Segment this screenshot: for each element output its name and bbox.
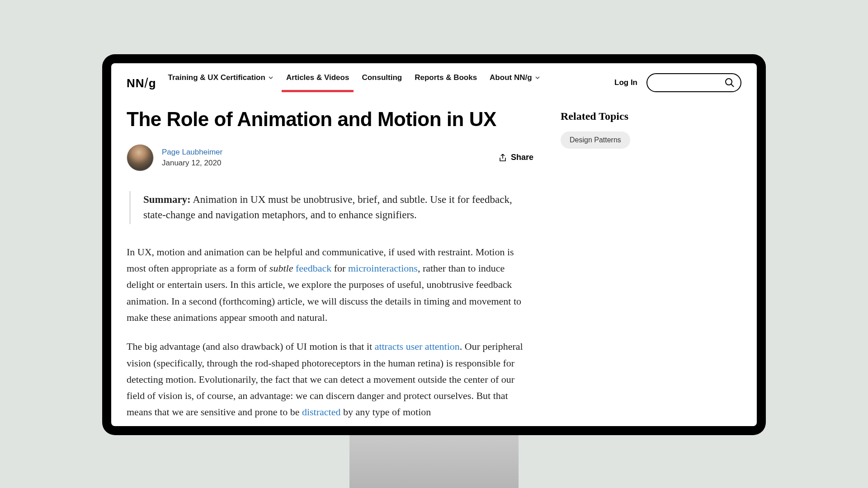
search-icon <box>724 77 735 88</box>
monitor-stand <box>349 435 519 488</box>
topic-design-patterns[interactable]: Design Patterns <box>561 131 630 149</box>
summary-text: Animation in UX must be unobtrusive, bri… <box>143 194 512 221</box>
article-title: The Role of Animation and Motion in UX <box>127 108 533 131</box>
share-icon <box>498 153 507 162</box>
svg-line-1 <box>731 84 734 87</box>
chevron-down-icon <box>268 75 274 80</box>
nav-label: Reports & Books <box>415 73 477 82</box>
monitor-frame: NN/g Training & UX Certification Article… <box>102 54 766 435</box>
article-meta: Page Laubheimer January 12, 2020 Share <box>127 144 533 171</box>
link-distracted[interactable]: distracted <box>302 406 341 418</box>
avatar <box>127 144 154 171</box>
nav-consulting[interactable]: Consulting <box>362 73 402 92</box>
login-link[interactable]: Log In <box>614 78 637 87</box>
svg-point-0 <box>726 79 732 85</box>
article-body: In UX, motion and animation can be helpf… <box>127 244 533 421</box>
main-nav: Training & UX Certification Articles & V… <box>168 73 615 92</box>
nav-label: Articles & Videos <box>286 73 349 82</box>
screen: NN/g Training & UX Certification Article… <box>111 63 757 426</box>
logo-text-g: g <box>149 76 156 90</box>
share-button[interactable]: Share <box>498 153 533 162</box>
summary-block: Summary: Animation in UX must be unobtru… <box>129 191 533 224</box>
article-main: The Role of Animation and Motion in UX P… <box>127 108 533 426</box>
page-content: The Role of Animation and Motion in UX P… <box>111 94 757 426</box>
nav-label: About NN/g <box>490 73 532 82</box>
logo-text-nn: NN <box>127 76 145 90</box>
author-block: Page Laubheimer January 12, 2020 <box>127 144 222 171</box>
logo-slash: / <box>145 76 149 91</box>
header-right: Log In <box>614 73 741 92</box>
summary-label: Summary: <box>143 194 191 205</box>
site-header: NN/g Training & UX Certification Article… <box>111 63 757 94</box>
nav-reports[interactable]: Reports & Books <box>415 73 477 92</box>
share-label: Share <box>511 153 533 162</box>
related-topics-title: Related Topics <box>561 110 741 122</box>
publish-date: January 12, 2020 <box>162 159 222 168</box>
link-feedback[interactable]: feedback <box>296 263 331 274</box>
body-paragraph: In UX, motion and animation can be helpf… <box>127 244 533 326</box>
body-paragraph: The big advantage (and also drawback) of… <box>127 338 533 420</box>
sidebar: Related Topics Design Patterns <box>561 108 741 426</box>
nav-training[interactable]: Training & UX Certification <box>168 73 274 92</box>
link-attracts-attention[interactable]: attracts user attention <box>375 341 460 352</box>
search-input[interactable] <box>646 73 741 92</box>
nav-about[interactable]: About NN/g <box>490 73 540 92</box>
link-microinteractions[interactable]: microinteractions <box>348 263 418 274</box>
chevron-down-icon <box>535 75 540 80</box>
nav-label: Training & UX Certification <box>168 73 265 82</box>
nng-logo[interactable]: NN/g <box>127 75 156 90</box>
nav-label: Consulting <box>362 73 402 82</box>
author-link[interactable]: Page Laubheimer <box>162 148 222 157</box>
nav-articles[interactable]: Articles & Videos <box>286 73 349 92</box>
